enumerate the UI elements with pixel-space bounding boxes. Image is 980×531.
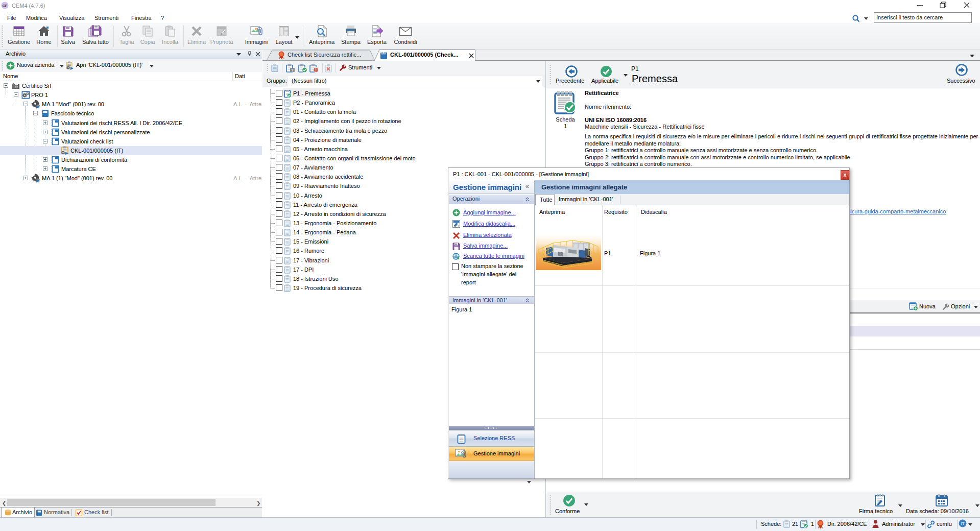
- svg-text:IT: IT: [961, 521, 964, 526]
- svg-text:CE: CE: [3, 4, 8, 8]
- svg-text:?: ?: [291, 68, 293, 72]
